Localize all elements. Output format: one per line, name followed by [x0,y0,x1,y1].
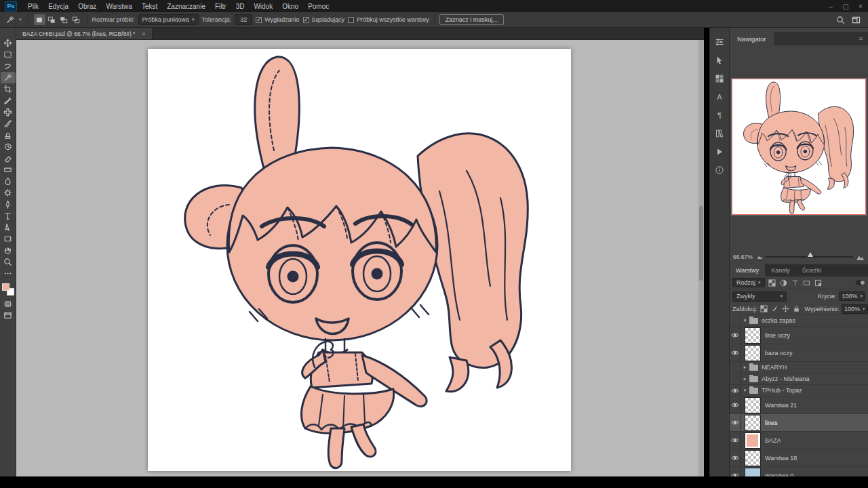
layer-thumbnail[interactable] [745,468,761,477]
menu-zaznaczanie[interactable]: Zaznaczanie [162,0,210,12]
visibility-toggle[interactable] [730,327,741,344]
foreground-color-swatch[interactable] [2,283,9,291]
layer-thumbnail[interactable] [745,327,761,344]
screen-mode-button[interactable] [1,310,16,321]
layer-row[interactable]: baza oczy [730,344,868,362]
quick-mask-button[interactable] [1,298,16,310]
layer-row[interactable]: Warstwa 0 [730,467,868,476]
rectangle-tool[interactable] [1,233,16,245]
select-and-mask-button[interactable]: Zaznacz i maskuj... [439,14,504,25]
menu-filtr[interactable]: Filtr [210,0,231,12]
tab-sciezki[interactable]: Ścieżki [796,264,828,277]
menu-warstwa[interactable]: Warstwa [101,0,137,12]
panel-menu-icon[interactable]: ≡ [859,35,868,42]
intersect-selection-button[interactable] [71,14,82,25]
brush-tool[interactable] [1,118,16,129]
crop-tool[interactable] [1,83,16,95]
filter-adjustment-layers-icon[interactable] [779,279,788,287]
layer-row[interactable]: Warstwa 18 [730,449,868,467]
type-tool[interactable] [1,210,16,222]
visibility-toggle[interactable] [730,373,741,384]
menu-pomoc[interactable]: Pomoc [303,0,334,12]
scrollbar-thumb[interactable] [699,206,703,281]
layer-thumbnail[interactable] [745,432,761,449]
filter-pixel-layers-icon[interactable] [768,279,776,287]
close-button[interactable]: × [853,0,868,12]
workspace-switcher-icon[interactable] [852,16,861,24]
menu-widok[interactable]: Widok [249,0,277,12]
eyedropper-tool[interactable] [1,95,16,106]
properties-panel-icon[interactable] [713,54,726,66]
navigator-proxy-view-box[interactable] [732,79,866,215]
add-to-selection-button[interactable] [46,14,58,25]
sample-size-dropdown[interactable]: Próbka punktowa [138,14,199,25]
menu-plik[interactable]: Plik [23,0,43,12]
zoom-slider[interactable] [757,253,865,261]
filter-toggle-switch[interactable] [856,280,865,285]
tab-kanaly[interactable]: Kanały [765,264,796,277]
blend-mode-dropdown[interactable]: Zwykły [732,291,787,302]
filter-smart-objects-icon[interactable] [814,279,823,287]
eraser-tool[interactable] [1,152,16,164]
layer-group-row[interactable]: oczka zapas [730,315,868,327]
filter-shape-layers-icon[interactable] [802,279,811,287]
layer-row[interactable]: linie oczy [730,327,868,344]
filter-type-layers-icon[interactable] [791,279,800,287]
magic-wand-tool[interactable] [1,72,16,83]
opacity-value[interactable]: 100% [839,291,865,301]
search-icon[interactable] [836,16,845,24]
menu-obraz[interactable]: Obraz [73,0,101,12]
color-swatches[interactable] [2,283,14,296]
lock-pixels-icon[interactable] [770,304,779,313]
spot-healing-brush-tool[interactable] [1,106,16,118]
dodge-tool[interactable] [1,187,16,199]
expand-arrow-icon[interactable] [741,365,749,370]
menu-3d[interactable]: 3D [231,0,250,12]
layer-thumbnail[interactable] [745,345,761,361]
clone-stamp-tool[interactable] [1,129,16,141]
layer-row[interactable]: Warstwa 21 [730,396,868,414]
zoom-out-icon[interactable] [757,254,763,260]
layer-thumbnail[interactable] [745,415,761,431]
filter-type-dropdown[interactable]: Rodzaj [732,278,765,287]
visibility-toggle[interactable] [730,449,741,466]
tab-warstwy[interactable]: Warstwy [730,264,765,277]
visibility-toggle[interactable] [730,467,741,476]
new-selection-button[interactable] [34,14,45,25]
visibility-toggle[interactable] [730,432,741,449]
sample-all-layers-checkbox[interactable]: Próbkuj wszystkie warstwy [348,16,429,23]
navigator-preview[interactable] [731,78,867,216]
lock-all-icon[interactable] [792,304,801,313]
layer-thumbnail[interactable] [745,397,761,413]
lock-transparency-icon[interactable] [760,304,768,313]
visibility-toggle[interactable] [730,385,741,396]
swatches-panel-icon[interactable] [713,73,726,85]
visibility-toggle[interactable] [730,315,741,326]
lock-position-icon[interactable] [781,304,790,313]
expand-arrow-icon[interactable] [741,388,749,393]
layer-thumbnail[interactable] [745,450,761,466]
tool-preset-dropdown[interactable] [3,16,24,24]
subtract-from-selection-button[interactable] [58,14,70,25]
menu-edycja[interactable]: Edycja [43,0,73,12]
visibility-toggle[interactable] [730,414,741,431]
paragraph-panel-icon[interactable]: ¶ [713,109,726,121]
layer-row-selected[interactable]: lines [730,414,868,432]
color-panel-icon[interactable] [713,36,726,48]
expand-arrow-icon[interactable] [741,318,749,323]
tolerance-input[interactable]: 32 [235,14,252,25]
zoom-slider-thumb[interactable] [808,252,813,257]
zoom-tool[interactable] [1,256,16,268]
visibility-toggle[interactable] [730,362,741,373]
character-panel-icon[interactable]: A [713,91,726,103]
actions-panel-icon[interactable] [713,146,726,158]
history-brush-tool[interactable] [1,141,16,152]
layer-group-row[interactable]: NEARYH [730,362,868,373]
blur-tool[interactable] [1,176,16,187]
info-panel-icon[interactable] [713,164,726,176]
navigator-tab[interactable]: Nawigator [730,32,774,45]
contiguous-checkbox[interactable]: Sąsiadujący [303,16,345,23]
edit-toolbar-button[interactable] [1,268,16,279]
gradient-tool[interactable] [1,164,16,176]
lasso-tool[interactable] [1,60,16,72]
